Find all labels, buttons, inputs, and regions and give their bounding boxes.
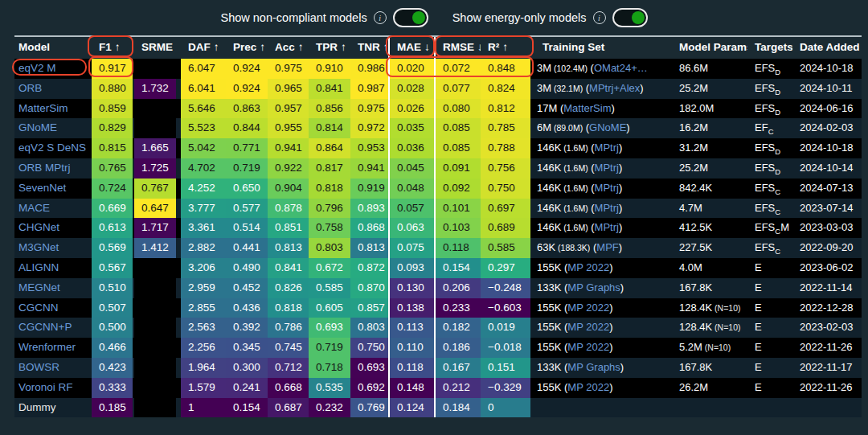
column-header-model[interactable]: Model [14, 37, 90, 59]
table-row: CGCNN0.5072.8550.4360.8180.6050.8570.138… [14, 298, 862, 318]
model-link[interactable]: SevenNet [18, 182, 66, 194]
targets-cell: EFSD [747, 158, 792, 179]
model-link[interactable]: GNoME [18, 121, 57, 133]
column-header-r2[interactable]: R²↑ [481, 37, 530, 59]
model-link[interactable]: Voronoi RF [18, 381, 73, 393]
column-header-prec[interactable]: Prec↑ [226, 37, 268, 59]
training-set-cell: 155K (MP 2022) [535, 318, 672, 338]
sort-arrow-icon: ↑ [341, 41, 346, 53]
model-link[interactable]: ORB MPtrj [18, 162, 71, 174]
model-link[interactable]: MACE [18, 202, 50, 214]
table-row: Voronoi RF0.3331.5790.2410.6680.5350.692… [14, 378, 862, 398]
column-header-srme[interactable]: SRME↓ [134, 37, 176, 59]
column-header-params[interactable]: Model Params [672, 37, 747, 59]
toggle-bar: Show non-compliant models i Show energy-… [0, 0, 868, 35]
column-header-date[interactable]: Date Added [792, 37, 862, 59]
training-set-count: (1.6M) [561, 143, 588, 153]
model-cell: MEGNet [14, 278, 90, 298]
column-header-label: TNR [358, 41, 380, 53]
training-set-link[interactable]: MP 2022 [567, 341, 609, 353]
training-set-link[interactable]: MatterSim [563, 102, 611, 114]
model-link[interactable]: MatterSim [18, 102, 68, 114]
training-set-link[interactable]: MP 2022 [567, 381, 609, 393]
column-header-label: Model [18, 41, 50, 53]
model-params-cell: 227.5K [672, 238, 747, 258]
training-set-link[interactable]: MP Graphs [567, 281, 620, 293]
tnr-cell: 0.987 [350, 79, 388, 99]
targets-cell: EFSD [747, 59, 792, 79]
column-header-mae[interactable]: MAE↓ [390, 37, 434, 59]
info-icon[interactable]: i [374, 11, 387, 24]
column-header-targets[interactable]: Targets [747, 37, 792, 59]
column-header-tpr[interactable]: TPR↑ [309, 37, 350, 59]
targets-cell: E [747, 278, 792, 298]
model-link[interactable]: MEGNet [18, 281, 60, 293]
training-set-link[interactable]: MP Graphs [567, 361, 620, 373]
training-set-link[interactable]: MPF [596, 241, 618, 253]
model-params-cell: 4.0M [672, 258, 747, 278]
rmse-cell: 0.101 [436, 199, 481, 219]
model-link[interactable]: BOWSR [18, 361, 59, 373]
model-link[interactable]: eqV2 S DeNS [18, 142, 86, 154]
rmse-cell: 0.085 [436, 118, 481, 138]
training-set-link[interactable]: MPtrj [595, 182, 619, 194]
srme-cell [134, 59, 176, 79]
training-set-link[interactable]: MPtrj [595, 162, 619, 174]
acc-cell: 0.668 [268, 378, 309, 398]
model-params-cell: 31.2M [672, 138, 747, 158]
training-set-link[interactable]: MP 2022 [567, 261, 609, 273]
model-link[interactable]: CGCNN+P [18, 321, 72, 333]
tnr-cell: 0.857 [350, 298, 388, 318]
column-header-acc[interactable]: Acc↑ [268, 37, 309, 59]
training-set-link[interactable]: MP 2022 [567, 302, 609, 314]
table-row: ORB0.8801.7326.0410.9240.9650.8410.9870.… [14, 79, 862, 99]
non-compliant-toggle[interactable] [393, 8, 428, 27]
targets-cell: EFSD [747, 138, 792, 158]
training-set-link[interactable]: MPtrj+Alex [589, 82, 640, 94]
rmse-cell: 0.212 [436, 378, 481, 398]
column-header-f1[interactable]: F1↑ [92, 37, 133, 59]
model-params-cell: 26.2M [672, 378, 747, 398]
targets-cell: E [747, 258, 792, 278]
r2-cell: 0.788 [481, 138, 530, 158]
column-header-daf[interactable]: DAF↑ [181, 37, 226, 59]
srme-cell: 1.665 [134, 138, 176, 158]
training-set-size: 155K [537, 261, 561, 273]
toggle-knob [412, 11, 425, 24]
column-header-train[interactable]: Training Set [535, 37, 672, 59]
model-link[interactable]: ORB [18, 82, 42, 94]
column-header-rmse[interactable]: RMSE↓ [436, 37, 481, 59]
model-link[interactable]: M3GNet [18, 241, 59, 253]
daf-cell: 2.959 [181, 278, 226, 298]
srme-cell [134, 118, 176, 138]
model-link[interactable]: CGCNN [18, 302, 59, 314]
training-set-link[interactable]: OMat24+… [594, 62, 648, 74]
training-set-link[interactable]: MPtrj [595, 221, 619, 233]
sort-arrow-icon: ↑ [298, 41, 304, 53]
model-link[interactable]: CHGNet [18, 221, 59, 233]
prec-cell: 0.577 [226, 199, 268, 219]
date-added-cell: 2022-11-26 [792, 378, 862, 398]
training-set-link[interactable]: MPtrj [595, 202, 619, 214]
column-header-tnr[interactable]: TNR↑ [350, 37, 388, 59]
mae-cell: 0.048 [390, 179, 434, 199]
daf-cell: 3.777 [181, 199, 226, 219]
model-link[interactable]: ALIGNN [18, 261, 59, 273]
model-cell: CHGNet [14, 218, 90, 238]
model-link[interactable]: Wrenformer [18, 341, 76, 353]
r2-cell: 0.151 [481, 358, 530, 378]
f1-cell: 0.829 [92, 118, 133, 138]
acc-cell: 0.904 [268, 179, 309, 199]
sort-arrow-icon: ↑ [115, 41, 121, 53]
prec-cell: 0.719 [226, 158, 268, 179]
daf-cell: 1.579 [181, 378, 226, 398]
energy-only-toggle[interactable] [612, 8, 648, 27]
info-icon[interactable]: i [593, 11, 606, 24]
training-set-link[interactable]: MP 2022 [567, 321, 609, 333]
prec-cell: 0.490 [226, 258, 268, 278]
table-row: CHGNet0.6131.7173.3610.5140.8510.7580.86… [14, 218, 862, 238]
daf-cell: 1.964 [181, 358, 226, 378]
training-set-link[interactable]: MPtrj [595, 142, 619, 154]
training-set-link[interactable]: GNoME [589, 121, 626, 133]
model-link[interactable]: eqV2 M [18, 62, 56, 74]
